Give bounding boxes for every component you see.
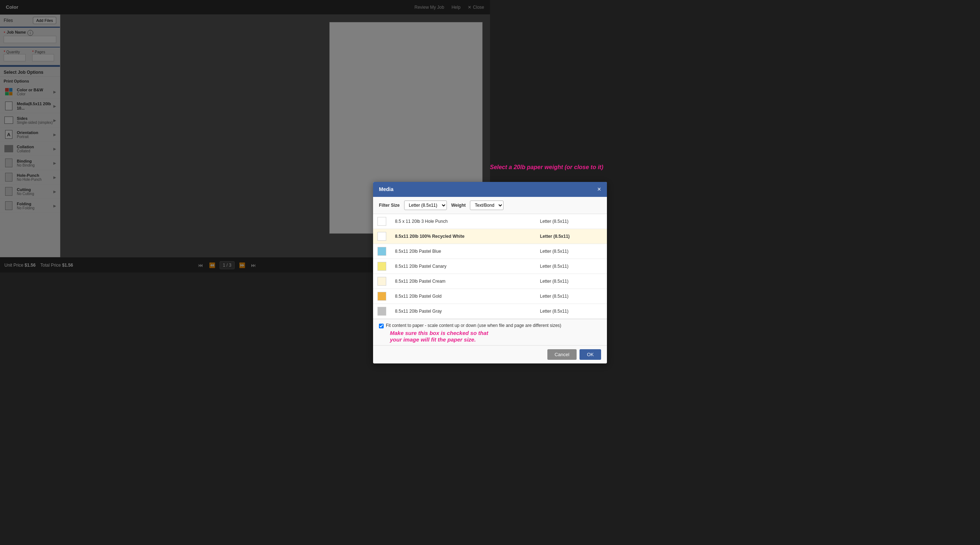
color-swatch xyxy=(377,247,386,256)
filter-row: Filter Size Letter (8.5x11) Weight Text/… xyxy=(373,197,490,214)
row-name: 8.5 x 11 20lb 3 Hole Punch xyxy=(391,214,490,229)
row-name: 8.5x11 20lb Pastel Blue xyxy=(391,244,490,259)
color-swatch xyxy=(377,232,386,241)
row-checkbox-cell xyxy=(373,259,391,272)
modal-title: Media xyxy=(379,186,393,192)
media-table-row[interactable]: 8.5 x 11 20lb 3 Hole Punch Letter (8.5x1… xyxy=(373,214,490,229)
media-modal: Select a 20lb paper weight (or close to … xyxy=(373,182,490,273)
row-name: 8.5x11 20lb 100% Recycled White xyxy=(391,229,490,244)
color-swatch xyxy=(377,217,386,226)
modal-overlay: Select a 20lb paper weight (or close to … xyxy=(0,0,490,272)
media-table-row[interactable]: 8.5x11 20lb Pastel Blue Letter (8.5x11) xyxy=(373,244,490,259)
weight-select[interactable]: Text/Bond xyxy=(470,200,490,210)
media-table: 8.5 x 11 20lb 3 Hole Punch Letter (8.5x1… xyxy=(373,214,490,273)
modal-body: Filter Size Letter (8.5x11) Weight Text/… xyxy=(373,197,490,273)
row-checkbox-cell xyxy=(373,229,391,244)
row-checkbox-cell xyxy=(373,244,391,259)
filter-size-label: Filter Size xyxy=(379,203,400,208)
filter-size-select[interactable]: Letter (8.5x11) xyxy=(404,200,447,210)
row-name: 8.5x11 20lb Pastel Canary xyxy=(391,259,490,272)
modal-header: Media × xyxy=(373,182,490,197)
media-table-row[interactable]: 8.5x11 20lb 100% Recycled White Letter (… xyxy=(373,229,490,244)
weight-label: Weight xyxy=(451,203,466,208)
row-checkbox-cell xyxy=(373,214,391,229)
color-swatch xyxy=(377,262,386,271)
media-table-row[interactable]: 8.5x11 20lb Pastel Canary Letter (8.5x11… xyxy=(373,259,490,272)
